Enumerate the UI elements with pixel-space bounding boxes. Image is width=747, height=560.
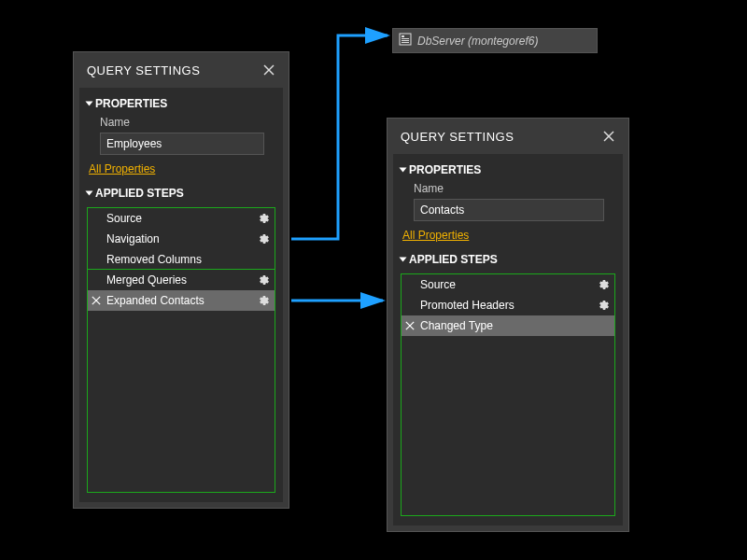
step-marker-icon [88,296,105,305]
gear-icon[interactable] [254,274,275,286]
step-label: Navigation [105,232,254,245]
panel-body: PROPERTIES Name All Properties APPLIED S… [79,88,283,502]
applied-step[interactable]: Changed Type [402,315,614,336]
applied-steps-list: SourceNavigationRemoved ColumnsMerged Qu… [87,207,275,493]
svg-rect-1 [402,35,404,37]
section-label-text: APPLIED STEPS [409,253,498,266]
section-label-text: PROPERTIES [409,163,481,176]
step-marker-icon [402,321,418,330]
all-properties-link[interactable]: All Properties [89,162,275,175]
step-label: Removed Columns [105,253,254,266]
step-label: Merged Queries [105,273,254,287]
applied-step[interactable]: Expanded Contacts [88,290,275,311]
database-icon [399,33,412,49]
properties-section-header[interactable]: PROPERTIES [401,163,615,176]
step-label: Expanded Contacts [105,294,254,307]
query-name-input[interactable] [100,133,264,155]
step-label: Promoted Headers [418,299,594,312]
query-name-input[interactable] [414,199,604,221]
dbserver-label: DbServer (montegoref6) [417,35,538,48]
applied-step[interactable]: Promoted Headers [402,295,614,315]
panel-title: QUERY SETTINGS [401,130,514,144]
applied-step[interactable]: Removed Columns [88,249,275,270]
applied-steps-section-header[interactable]: APPLIED STEPS [401,253,615,266]
panel-body: PROPERTIES Name All Properties APPLIED S… [393,154,623,525]
gear-icon[interactable] [254,295,275,306]
step-label: Source [105,212,254,225]
panel-header: QUERY SETTINGS [74,52,289,88]
panel-header: QUERY SETTINGS [388,119,628,154]
applied-step[interactable]: Source [88,208,275,229]
close-icon[interactable] [600,128,617,145]
panel-title: QUERY SETTINGS [87,63,200,77]
query-settings-panel-right: QUERY SETTINGS PROPERTIES Name All Prope… [387,118,629,532]
name-label: Name [100,116,275,129]
applied-step[interactable]: Merged Queries [88,270,275,290]
close-icon[interactable] [261,62,277,78]
section-label-text: PROPERTIES [95,97,167,110]
applied-step[interactable]: Navigation [88,229,275,249]
name-label: Name [414,182,615,195]
properties-section-header[interactable]: PROPERTIES [87,97,275,110]
step-label: Source [418,278,594,291]
dbserver-node[interactable]: DbServer (montegoref6) [392,28,598,53]
step-label: Changed Type [418,319,594,332]
gear-icon[interactable] [594,279,614,290]
svg-rect-2 [402,38,409,39]
expand-icon [86,102,93,106]
gear-icon[interactable] [254,233,275,245]
expand-icon [400,168,407,173]
svg-rect-3 [402,40,409,41]
query-settings-panel-left: QUERY SETTINGS PROPERTIES Name All Prope… [73,51,289,509]
all-properties-link[interactable]: All Properties [402,229,615,242]
expand-icon [400,258,407,262]
applied-step[interactable]: Source [402,274,614,295]
svg-rect-4 [402,42,409,43]
gear-icon[interactable] [254,213,275,224]
gear-icon[interactable] [594,300,614,311]
applied-steps-list: SourcePromoted HeadersChanged Type [401,273,615,516]
section-label-text: APPLIED STEPS [95,187,184,200]
expand-icon [86,191,93,196]
applied-steps-section-header[interactable]: APPLIED STEPS [87,187,275,200]
